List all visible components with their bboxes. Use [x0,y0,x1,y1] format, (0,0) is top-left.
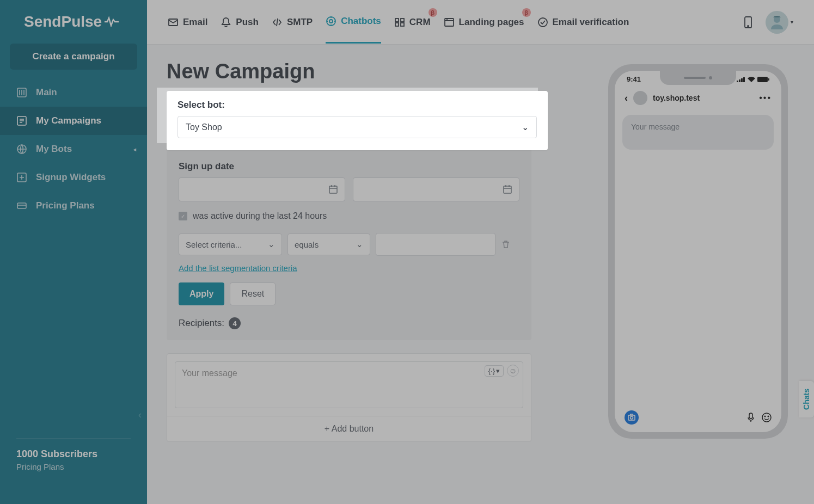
create-campaign-button[interactable]: Create a campaign [10,44,137,70]
mic-icon[interactable] [746,413,755,422]
tab-landing[interactable]: Landing pages β [444,2,524,43]
back-icon[interactable]: ‹ [625,93,628,104]
logo[interactable]: SendPulse [0,0,147,44]
svg-rect-4 [17,203,26,208]
emoji-icon[interactable] [762,413,772,422]
svg-rect-20 [739,79,740,82]
svg-rect-11 [401,23,404,26]
sidebar-item-pricing[interactable]: Pricing Plans [0,192,147,220]
tab-chatbots[interactable]: Chatbots [326,1,381,44]
divider [16,438,131,439]
bot-select-section: Select bot: Toy Shop ⌄ [167,91,548,150]
recipients-label: Recipients: [179,318,224,329]
mobile-icon[interactable] [744,16,752,28]
check-icon [537,17,548,28]
reset-button[interactable]: Reset [230,282,276,305]
topnav-right: ▾ [744,11,793,34]
svg-rect-10 [395,23,399,26]
caret-down-icon: ▾ [496,367,500,375]
operator-value: equals [295,240,319,249]
speaker-icon [684,77,706,79]
message-textarea[interactable]: Your message [175,361,523,408]
camera-dot-icon [709,76,712,79]
criteria-operator-select[interactable]: equals ⌄ [287,233,370,255]
chevron-left-icon: ◂ [133,146,136,152]
beta-badge: β [522,8,531,17]
sidebar-item-main[interactable]: Main [0,78,147,107]
code-icon [272,17,283,28]
tab-push[interactable]: Push [221,2,259,43]
tab-smtp[interactable]: SMTP [272,2,313,43]
sidebar-item-widgets[interactable]: Signup Widgets [0,163,147,192]
svg-rect-23 [757,77,768,82]
message-section: Your message {·}▾ ☺ + Add button [167,353,531,442]
sliders-icon [16,87,27,98]
svg-rect-12 [445,19,454,26]
svg-rect-17 [329,186,337,193]
criteria-field-select[interactable]: Select criteria... ⌄ [179,233,282,255]
svg-rect-21 [741,78,743,82]
bot-avatar [633,91,647,105]
phone-screen: 9:41 ‹ toy.shop.test ••• Your message [615,71,781,432]
sidebar-item-label: Main [36,87,57,98]
add-button-action[interactable]: + Add button [167,416,531,441]
trash-icon[interactable] [501,239,511,249]
criteria-value-input[interactable] [376,233,495,256]
svg-rect-22 [743,77,745,82]
checkbox-checked-icon: ✓ [179,212,187,220]
crm-icon [394,17,405,28]
add-criteria-link[interactable]: Add the list segmentation criteria [179,263,297,273]
tab-label: CRM [409,17,431,28]
email-icon [168,17,179,28]
tab-label: Push [236,17,259,28]
phone-notch [660,71,736,85]
pricing-link[interactable]: Pricing Plans [16,462,131,471]
chats-side-tab[interactable]: Chats [799,381,814,417]
caret-down-icon: ▾ [791,19,793,25]
filter-section: Sign up date ✓ was active during the las… [167,150,531,340]
svg-point-7 [329,20,333,23]
apply-button[interactable]: Apply [179,282,224,305]
tab-email[interactable]: Email [168,2,207,43]
phone-header: ‹ toy.shop.test ••• [615,83,781,110]
active-checkbox-row[interactable]: ✓ was active during the last 24 hours [179,211,519,221]
phone-bottom-bar [615,410,781,425]
tab-label: Email [183,17,207,28]
sidebar-item-campaigns[interactable]: My Campaigns [0,107,147,135]
nav-tabs: Email Push SMTP Chatbots CRM β Landing p… [168,1,629,44]
phone-preview: 9:41 ‹ toy.shop.test ••• Your message [608,64,788,439]
criteria-row: Select criteria... ⌄ equals ⌄ [179,233,519,256]
calendar-icon [328,185,338,194]
bot-select[interactable]: Toy Shop ⌄ [178,116,537,138]
collapse-sidebar-button[interactable]: ‹ [136,407,144,423]
emoji-button[interactable]: ☺ [507,365,519,377]
wifi-icon [748,77,755,82]
tab-label: Email verification [553,17,629,28]
camera-icon[interactable] [625,410,639,425]
svg-rect-18 [504,186,511,193]
more-icon[interactable]: ••• [759,93,772,103]
bot-name: toy.shop.test [653,94,754,102]
date-from-input[interactable] [179,177,345,201]
chevron-down-icon: ⌄ [522,122,529,132]
svg-rect-24 [768,78,769,81]
tab-verification[interactable]: Email verification [537,2,629,43]
phone-bottom-right [746,413,772,422]
sidebar-item-label: Signup Widgets [36,172,106,183]
svg-point-26 [631,416,633,419]
user-menu[interactable]: ▾ [766,11,793,34]
avatar [766,11,788,34]
date-to-input[interactable] [353,177,519,201]
subscribers-count: 1000 Subscribers [16,448,131,460]
card-icon [16,200,27,211]
sidebar-item-bots[interactable]: My Bots ◂ [0,135,147,163]
svg-point-28 [762,413,771,422]
recipients-count-badge: 4 [229,317,241,329]
svg-rect-19 [737,81,738,82]
message-bubble: Your message [622,115,774,150]
chevron-down-icon: ⌄ [268,239,275,249]
variable-insert-button[interactable]: {·}▾ [485,365,504,377]
svg-point-6 [327,17,335,26]
sidebar-item-label: My Campaigns [36,115,101,126]
tab-crm[interactable]: CRM β [394,2,431,43]
